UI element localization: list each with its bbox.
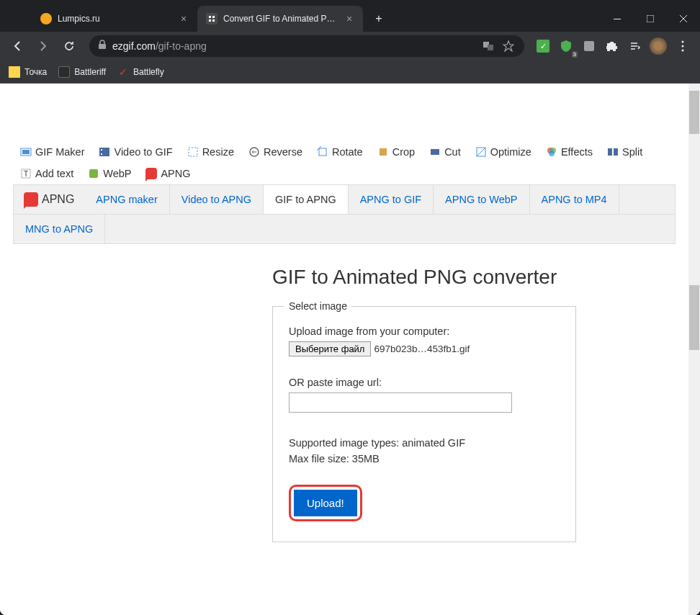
apng-icon — [145, 168, 157, 179]
effects-icon — [546, 146, 557, 158]
extensions-icon[interactable] — [602, 36, 622, 56]
bookmarks-bar: Точка Battleriff ✓ Battlefly — [0, 60, 700, 84]
video-icon — [99, 146, 110, 158]
svg-rect-36 — [89, 169, 98, 178]
bookmark-tochka[interactable]: Точка — [9, 66, 47, 78]
tab-ezgif[interactable]: Convert GIF to Animated PNG × — [197, 6, 363, 32]
subnav-mng-to-apng[interactable]: MNG to APNG — [14, 215, 105, 243]
address-bar[interactable]: ezgif.com/gif-to-apng — [89, 35, 524, 57]
bookmark-battlefly[interactable]: ✓ Battlefly — [117, 66, 164, 78]
profile-avatar[interactable] — [648, 36, 668, 56]
new-tab-button[interactable]: + — [369, 9, 389, 29]
subnav-video-to-apng[interactable]: Video to APNG — [170, 185, 264, 214]
svg-rect-3 — [212, 19, 215, 22]
extension-badge: 3 — [572, 51, 578, 58]
flame-icon: ✓ — [117, 66, 129, 78]
svg-rect-11 — [584, 41, 594, 51]
svg-point-17 — [682, 50, 684, 52]
svg-rect-1 — [212, 16, 215, 18]
subnav-apng-maker[interactable]: APNG maker — [84, 185, 169, 214]
apng-logo-icon — [24, 192, 38, 207]
image-url-input[interactable] — [289, 392, 512, 413]
svg-rect-20 — [99, 148, 109, 156]
svg-rect-8 — [99, 44, 106, 49]
extension-shield[interactable]: 3 — [556, 36, 576, 56]
maximize-button[interactable] — [634, 6, 667, 32]
nav-resize[interactable]: Resize — [180, 141, 241, 163]
nav-webp[interactable]: WebP — [81, 163, 138, 184]
scrollbar-thumb[interactable] — [689, 285, 699, 350]
form-legend: Select image — [284, 300, 351, 312]
svg-rect-2 — [209, 19, 211, 22]
main-content: GIF to Animated PNG converter Select ima… — [13, 244, 676, 542]
choose-file-button[interactable]: Выберите файл — [289, 341, 371, 356]
upload-highlight: Upload! — [289, 485, 362, 521]
reload-button[interactable] — [58, 35, 81, 58]
upload-button[interactable]: Upload! — [294, 490, 357, 516]
page-content: GIF Maker Video to GIF Resize Reverse Ro… — [0, 84, 688, 615]
scrollbar[interactable] — [688, 84, 700, 615]
folder-icon — [9, 66, 20, 78]
favicon-lumpics — [40, 13, 52, 24]
subnav-apng-to-gif[interactable]: APNG to GIF — [349, 185, 434, 214]
film-icon — [20, 146, 32, 158]
tab-title: Convert GIF to Animated PNG — [223, 14, 338, 24]
svg-rect-22 — [101, 153, 102, 155]
nav-cut[interactable]: Cut — [422, 141, 468, 163]
extension-grey[interactable] — [579, 36, 599, 56]
nav-apng[interactable]: APNG — [138, 163, 197, 184]
minimize-button[interactable] — [601, 6, 634, 32]
svg-point-31 — [549, 151, 555, 156]
cut-icon — [429, 146, 441, 158]
optimize-icon — [475, 146, 487, 158]
svg-point-16 — [682, 45, 684, 48]
svg-rect-10 — [488, 45, 493, 50]
reading-list-icon[interactable] — [625, 36, 645, 56]
nav-rotate[interactable]: Rotate — [310, 141, 370, 163]
nav-add-text[interactable]: TAdd text — [13, 163, 81, 184]
subnav-apng-to-mp4[interactable]: APNG to MP4 — [530, 185, 619, 214]
tab-lumpics[interactable]: Lumpics.ru × — [32, 6, 197, 32]
nav-video-to-gif[interactable]: Video to GIF — [91, 141, 179, 163]
crop-icon — [377, 146, 389, 158]
svg-rect-25 — [319, 148, 326, 156]
svg-rect-32 — [608, 148, 612, 156]
webp-icon — [88, 168, 99, 179]
tab-title: Lumpics.ru — [58, 14, 173, 24]
star-icon[interactable] — [501, 39, 516, 53]
nav-effects[interactable]: Effects — [539, 141, 600, 163]
nav-optimize[interactable]: Optimize — [468, 141, 539, 163]
close-icon[interactable]: × — [344, 14, 354, 24]
svg-rect-19 — [22, 150, 30, 154]
nav-reverse[interactable]: Reverse — [241, 141, 310, 163]
svg-rect-0 — [209, 16, 211, 18]
nav-gif-maker[interactable]: GIF Maker — [13, 141, 91, 163]
back-button[interactable] — [6, 35, 29, 58]
svg-rect-26 — [380, 148, 387, 156]
scrollbar-thumb[interactable] — [689, 91, 699, 134]
menu-button[interactable] — [671, 35, 694, 58]
svg-rect-27 — [431, 149, 439, 155]
nav-split[interactable]: Split — [600, 141, 650, 163]
translate-icon[interactable] — [481, 39, 495, 53]
shield-icon-dark — [58, 66, 70, 78]
nav-crop[interactable]: Crop — [370, 141, 422, 163]
upload-info: Supported image types: animated GIF Max … — [289, 436, 560, 467]
lock-icon — [98, 40, 107, 53]
upload-label: Upload image from your computer: — [289, 326, 560, 337]
subnav-gif-to-apng[interactable]: GIF to APNG — [264, 185, 349, 214]
text-icon: T — [20, 168, 32, 179]
resize-icon — [187, 146, 199, 158]
svg-text:T: T — [24, 170, 28, 178]
forward-button[interactable] — [32, 35, 55, 58]
extension-check[interactable]: ✓ — [533, 36, 553, 56]
svg-rect-4 — [614, 19, 621, 19]
subnav-apng-to-webp[interactable]: APNG to WebP — [434, 185, 529, 214]
bookmark-battleriff[interactable]: Battleriff — [58, 66, 106, 78]
svg-rect-33 — [614, 148, 618, 156]
apng-subnav: APNG APNG maker Video to APNG GIF to APN… — [13, 184, 676, 215]
close-window-button[interactable] — [667, 6, 700, 32]
close-icon[interactable]: × — [179, 14, 189, 24]
window-controls — [601, 6, 700, 32]
reverse-icon — [248, 146, 260, 158]
